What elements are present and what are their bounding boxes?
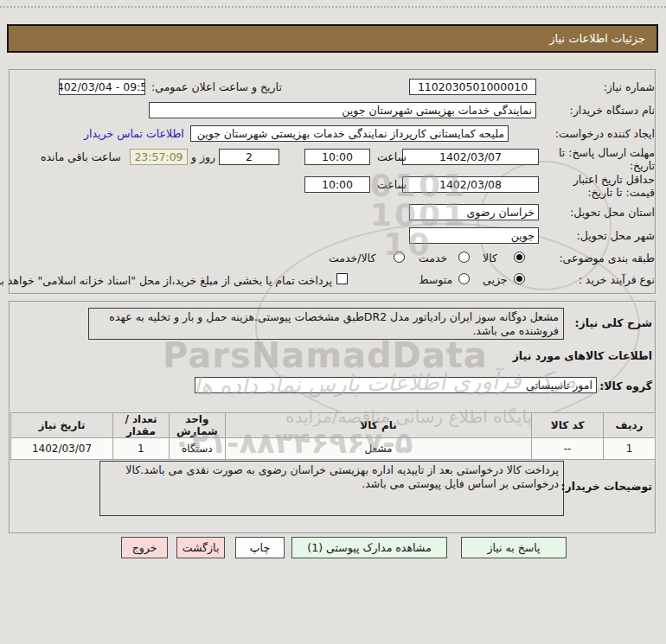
col-need-date: تاریخ نیاز <box>11 413 113 438</box>
reply-deadline-hour-field[interactable]: 10:00 <box>304 149 370 165</box>
days-and-label: روز و <box>191 150 215 163</box>
classification-label: طبقه بندی موضوعی: <box>559 252 655 265</box>
cell-row-number: 1 <box>604 438 656 460</box>
buyer-contact-link[interactable]: اطلاعات تماس خریدار <box>84 127 184 140</box>
radio-goods-service-label: کالا/خدمت <box>329 252 375 265</box>
radio-service-label: خدمت <box>419 252 447 265</box>
col-goods-name: نام کالا <box>225 413 531 438</box>
treasury-checkbox-label: پرداخت تمام یا بخشی از مبلغ خرید،از محل … <box>12 274 332 287</box>
back-button[interactable]: بازگشت <box>176 537 225 558</box>
goods-table-row: 1 -- مشعل دستگاه 1 1402/03/07 <box>11 438 656 460</box>
request-creator-label: ایجاد کننده درخواست: <box>555 127 655 140</box>
deadline-hour-label: ساعت <box>377 150 407 163</box>
radio-minor-label: جزیی <box>483 273 508 286</box>
cell-goods-name: مشعل <box>225 438 531 460</box>
page-title: جزئیات اطلاعات نیاز <box>549 32 645 45</box>
cell-need-date: 1402/03/07 <box>11 438 113 460</box>
need-details-page: 01011001 10 ParsNamadData مرکز فرآوری اط… <box>0 0 666 644</box>
delivery-province-field[interactable]: خراسان رضوی <box>409 204 539 220</box>
price-validity-date-field[interactable]: 1402/03/08 <box>402 176 539 193</box>
page-title-bar: جزئیات اطلاعات نیاز <box>7 24 658 53</box>
radio-goods-service[interactable] <box>394 252 405 263</box>
reply-deadline-label: مهلت ارسال پاسخ: تا تاریخ: <box>558 146 655 172</box>
goods-table-header-row: ردیف کد کالا نام کالا واحد شمارش تعداد /… <box>11 413 656 438</box>
announce-datetime-label: تاریخ و ساعت اعلان عمومی: <box>151 80 282 93</box>
radio-minor[interactable] <box>514 273 525 284</box>
need-description-label: شرح کلی نیاز: <box>575 316 652 329</box>
process-type-label: نوع فرآیند خرید : <box>579 273 655 286</box>
announce-datetime-field[interactable]: 1402/03/04 - 09:50 <box>59 79 145 95</box>
price-validity-hour-field[interactable]: 10:00 <box>304 176 370 193</box>
radio-service[interactable] <box>458 252 470 263</box>
buyer-notes-label: توضیحات خریدار: <box>560 480 652 493</box>
view-attached-docs-button[interactable]: مشاهده مدارک پیوستی (1) <box>291 537 447 558</box>
decorative-dotted-line <box>0 6 666 8</box>
reply-deadline-date-field[interactable]: 1402/03/07 <box>402 149 539 165</box>
price-validity-label: حداقل تاریخ اعتبار قیمت: تا تاریخ: <box>558 173 655 199</box>
buyer-org-label: نام دستگاه خریدار: <box>570 104 655 117</box>
respond-to-need-button[interactable]: پاسخ به نیاز <box>461 537 567 558</box>
radio-goods-label: کالا <box>483 252 497 265</box>
remaining-days-field[interactable]: 2 <box>219 149 279 165</box>
goods-table: ردیف کد کالا نام کالا واحد شمارش تعداد /… <box>10 412 656 460</box>
need-number-label: شماره نیاز: <box>604 80 655 93</box>
goods-group-label: گروه کالا: <box>599 379 652 392</box>
countdown-timer: 23:57:09 <box>130 149 188 165</box>
goods-info-heading: اطلاعات کالاهای مورد نیاز <box>513 349 652 362</box>
col-quantity: تعداد / مقدار <box>112 413 169 438</box>
need-number-field[interactable]: 1102030501000010 <box>409 79 536 95</box>
buyer-org-field[interactable]: نمایندگی خدمات بهزیستی شهرستان جوین <box>149 102 536 118</box>
delivery-city-label: شهر محل تحویل: <box>577 229 655 242</box>
cell-quantity: 1 <box>112 438 169 460</box>
cell-count-unit: دستگاه <box>169 438 225 460</box>
hours-remaining-label: ساعت باقی مانده <box>41 150 121 163</box>
validity-hour-label: ساعت <box>377 178 407 191</box>
request-creator-field[interactable]: ملیحه کمایستانی کارپرداز نمایندگی خدمات … <box>190 125 509 142</box>
need-description-box: مشعل دوگانه سوز ایران رادیاتور مدل DR2طب… <box>88 308 564 340</box>
radio-medium[interactable] <box>458 273 470 284</box>
goods-group-field[interactable]: امور تاسیساتی <box>195 377 597 393</box>
print-button[interactable]: چاپ <box>235 537 285 558</box>
col-goods-code: کد کالا <box>532 413 604 438</box>
delivery-city-field[interactable]: جوین <box>409 227 539 244</box>
col-row-number: ردیف <box>604 413 656 438</box>
radio-goods[interactable] <box>514 252 525 263</box>
radio-medium-label: متوسط <box>419 273 452 286</box>
col-count-unit: واحد شمارش <box>169 413 225 438</box>
buyer-notes-box: پرداخت کالا درخواستی بعد از تاییدیه ادار… <box>99 461 564 516</box>
delivery-province-label: استان محل تحویل: <box>570 206 655 219</box>
treasury-checkbox[interactable] <box>336 273 348 284</box>
exit-button[interactable]: خروج <box>121 537 168 558</box>
cell-goods-code: -- <box>532 438 604 460</box>
